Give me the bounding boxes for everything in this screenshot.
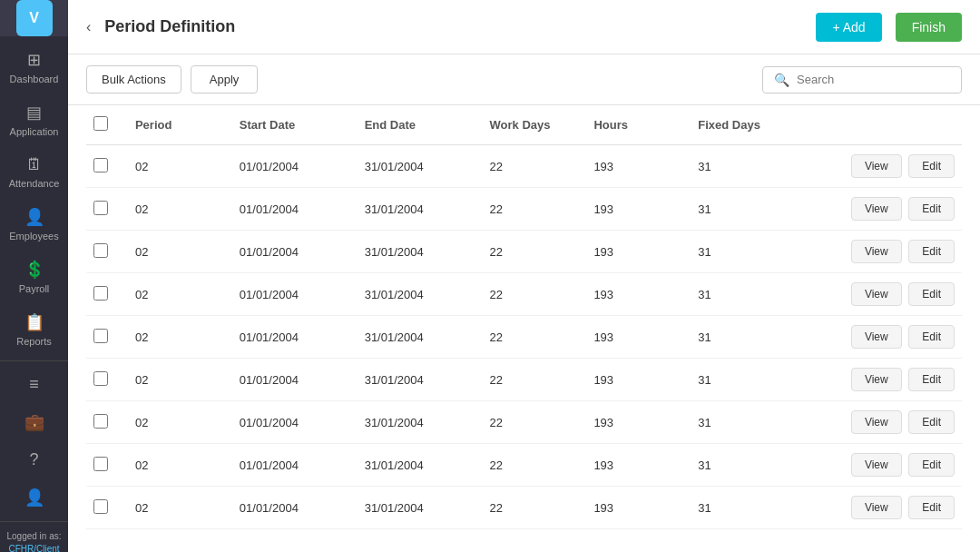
bulk-actions-button[interactable]: Bulk Actions: [86, 65, 181, 94]
select-all-checkbox[interactable]: [93, 116, 108, 131]
application-icon: ▤: [26, 103, 42, 123]
edit-button-1[interactable]: Edit: [908, 197, 955, 221]
view-button-6[interactable]: View: [851, 410, 902, 434]
row-actions: View Edit: [795, 145, 962, 188]
row-fixed-days: 31: [691, 487, 795, 529]
table-row: 02 01/01/2004 31/01/2004 22 193 31 View …: [86, 273, 962, 316]
payroll-icon: 💲: [24, 260, 44, 280]
row-checkbox-8[interactable]: [93, 499, 108, 514]
sidebar-item-list[interactable]: ≡: [0, 366, 68, 403]
sidebar-item-reports[interactable]: 📋 Reports: [0, 303, 68, 356]
page-title: Period Definition: [104, 17, 802, 36]
edit-button-8[interactable]: Edit: [908, 496, 955, 519]
col-header-start-date: Start Date: [232, 105, 358, 145]
row-checkbox-cell: [86, 444, 128, 487]
header: ‹ Period Definition + Add Finish: [68, 0, 980, 54]
sidebar-item-briefcase[interactable]: 💼: [0, 403, 68, 441]
edit-button-5[interactable]: Edit: [908, 368, 955, 391]
row-actions: View Edit: [795, 273, 962, 316]
edit-button-2[interactable]: Edit: [908, 240, 955, 263]
view-button-1[interactable]: View: [851, 197, 902, 221]
row-start-date: 01/01/2004: [232, 231, 358, 273]
search-input[interactable]: [797, 73, 950, 86]
row-hours: 193: [586, 188, 691, 231]
row-period: 02: [128, 145, 232, 188]
edit-button-6[interactable]: Edit: [908, 410, 955, 434]
row-work-days: 22: [483, 231, 587, 273]
row-actions: View Edit: [795, 444, 962, 487]
row-start-date: 01/01/2004: [232, 401, 358, 444]
view-button-0[interactable]: View: [851, 154, 902, 178]
col-header-fixed-days: Fixed Days: [691, 105, 795, 145]
row-checkbox-1[interactable]: [93, 201, 108, 215]
row-work-days: 22: [483, 145, 587, 188]
row-work-days: 22: [483, 316, 587, 359]
row-end-date: 31/01/2004: [358, 444, 483, 487]
row-actions: View Edit: [795, 487, 962, 529]
view-button-5[interactable]: View: [851, 368, 902, 391]
view-button-4[interactable]: View: [851, 325, 902, 349]
sidebar-item-label: Attendance: [9, 178, 60, 189]
row-work-days: 22: [483, 444, 587, 487]
table-row: 02 01/01/2004 31/01/2004 22 193 31 View …: [86, 231, 962, 273]
view-button-2[interactable]: View: [851, 240, 902, 263]
col-header-work-days: Work Days: [483, 105, 587, 145]
row-start-date: 01/01/2004: [232, 316, 358, 359]
sidebar-item-dashboard[interactable]: ⊞ Dashboard: [0, 41, 68, 94]
table-row: 02 01/01/2004 31/01/2004 22 193 31 View …: [86, 188, 962, 231]
view-button-3[interactable]: View: [851, 282, 902, 306]
toolbar: Bulk Actions Apply 🔍: [68, 54, 980, 105]
table-row: 02 01/01/2004 31/01/2004 22 193 31 View …: [86, 316, 962, 359]
sidebar-item-attendance[interactable]: 🗓 Attendance: [0, 146, 68, 198]
back-button[interactable]: ‹: [86, 19, 91, 35]
row-checkbox-6[interactable]: [93, 414, 108, 429]
row-checkbox-3[interactable]: [93, 286, 108, 301]
view-button-8[interactable]: View: [851, 496, 902, 519]
sidebar-item-help[interactable]: ?: [0, 441, 68, 478]
col-header-actions: [795, 105, 962, 145]
row-checkbox-0[interactable]: [93, 158, 108, 172]
col-header-period: Period: [128, 105, 232, 145]
sidebar-item-employees[interactable]: 👤 Employees: [0, 198, 68, 251]
row-start-date: 01/01/2004: [232, 359, 358, 401]
edit-button-4[interactable]: Edit: [908, 325, 955, 349]
row-checkbox-2[interactable]: [93, 243, 108, 258]
main-content: ‹ Period Definition + Add Finish Bulk Ac…: [68, 0, 980, 552]
edit-button-0[interactable]: Edit: [908, 154, 955, 178]
row-actions: View Edit: [795, 401, 962, 444]
row-checkbox-cell: [86, 231, 128, 273]
sidebar-item-label: Employees: [9, 231, 58, 242]
add-button[interactable]: + Add: [816, 13, 881, 42]
row-end-date: 31/01/2004: [358, 231, 483, 273]
row-checkbox-7[interactable]: [93, 457, 108, 471]
row-hours: 193: [586, 487, 691, 529]
edit-button-3[interactable]: Edit: [908, 282, 955, 306]
row-checkbox-5[interactable]: [93, 371, 108, 386]
logo-icon: V: [16, 0, 53, 36]
row-checkbox-cell: [86, 188, 128, 231]
table-area: Period Start Date End Date Work Days Hou…: [68, 105, 980, 552]
sidebar-item-label: Payroll: [19, 283, 50, 294]
finish-button[interactable]: Finish: [896, 13, 962, 42]
row-fixed-days: 31: [691, 188, 795, 231]
row-start-date: 01/01/2004: [232, 145, 358, 188]
sidebar-bottom: ≡ 💼 ? 👤 Logged in as: CFHR/Client Powere…: [0, 356, 68, 552]
row-period: 02: [128, 231, 232, 273]
row-end-date: 31/01/2004: [358, 359, 483, 401]
sidebar-item-application[interactable]: ▤ Application: [0, 94, 68, 146]
row-hours: 193: [586, 231, 691, 273]
view-button-7[interactable]: View: [851, 453, 902, 477]
row-checkbox-4[interactable]: [93, 329, 108, 343]
row-actions: View Edit: [795, 316, 962, 359]
row-fixed-days: 31: [691, 273, 795, 316]
row-period: 02: [128, 316, 232, 359]
sidebar-item-payroll[interactable]: 💲 Payroll: [0, 251, 68, 303]
list-icon: ≡: [29, 375, 39, 394]
apply-button[interactable]: Apply: [191, 65, 259, 94]
sidebar-item-profile[interactable]: 👤: [0, 478, 68, 517]
briefcase-icon: 💼: [24, 412, 44, 432]
row-period: 02: [128, 401, 232, 444]
row-hours: 193: [586, 316, 691, 359]
edit-button-7[interactable]: Edit: [908, 453, 955, 477]
row-work-days: 22: [483, 401, 587, 444]
